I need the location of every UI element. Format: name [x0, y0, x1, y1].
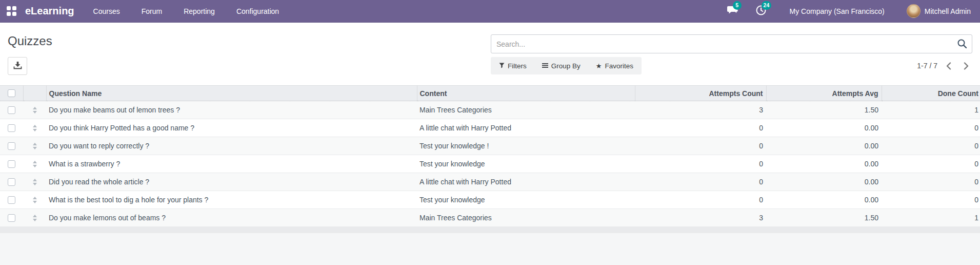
done-count-cell[interactable]: 0: [882, 173, 980, 191]
top-navbar: eLearning Courses Forum Reporting Config…: [0, 0, 980, 23]
question-name-cell[interactable]: What is the best tool to dig a hole for …: [46, 191, 417, 209]
favorites-button[interactable]: ★ Favorites: [596, 62, 633, 70]
menu-item-reporting[interactable]: Reporting: [184, 7, 215, 15]
drag-handle-icon[interactable]: [33, 125, 37, 131]
attempts-count-cell[interactable]: 0: [635, 137, 766, 155]
done-count-cell[interactable]: 0: [882, 119, 980, 137]
app-name[interactable]: eLearning: [25, 5, 74, 17]
control-panel: Quizzes Fil: [0, 23, 980, 85]
content-cell[interactable]: Main Trees Categories: [417, 101, 635, 119]
attempts-count-cell[interactable]: 3: [635, 209, 766, 227]
table-header-row: Question Name Content Attempts Count Att…: [0, 86, 980, 101]
search-panel: Filters Group By ★ Favorites: [491, 34, 972, 74]
done-count-cell[interactable]: 1: [882, 209, 980, 227]
pager-previous-icon[interactable]: [943, 62, 955, 70]
attempts-count-cell[interactable]: 0: [635, 119, 766, 137]
table-row[interactable]: What is the best tool to dig a hole for …: [0, 191, 980, 209]
attempts-avg-cell[interactable]: 0.00: [766, 191, 882, 209]
pager-range[interactable]: 1-7 / 7: [917, 62, 937, 70]
menu-item-configuration[interactable]: Configuration: [236, 7, 279, 15]
column-header-content[interactable]: Content: [417, 86, 635, 101]
attempts-avg-cell[interactable]: 0.00: [766, 137, 882, 155]
select-all-checkbox[interactable]: [8, 89, 15, 97]
messages-badge: 5: [733, 1, 742, 10]
search-box: [491, 34, 972, 53]
company-switcher[interactable]: My Company (San Francisco): [790, 7, 885, 15]
attempts-avg-cell[interactable]: 1.50: [766, 209, 882, 227]
pager-next-icon[interactable]: [960, 62, 972, 70]
quiz-table: Question Name Content Attempts Count Att…: [0, 85, 980, 227]
search-icon[interactable]: [957, 39, 967, 51]
table-row[interactable]: Do you think Harry Potted has a good nam…: [0, 119, 980, 137]
row-checkbox[interactable]: [8, 178, 15, 186]
quiz-list-view: Question Name Content Attempts Count Att…: [0, 85, 980, 227]
star-icon: ★: [596, 62, 602, 70]
group-by-button[interactable]: Group By: [542, 62, 581, 70]
main-menu: Courses Forum Reporting Configuration: [93, 7, 279, 15]
attempts-count-cell[interactable]: 0: [635, 155, 766, 173]
group-by-label: Group By: [551, 62, 581, 70]
drag-handle-icon[interactable]: [33, 161, 37, 167]
table-row[interactable]: What is a strawberry ? Test your knowled…: [0, 155, 980, 173]
user-menu[interactable]: Mitchell Admin: [907, 4, 971, 18]
attempts-count-cell[interactable]: 0: [635, 173, 766, 191]
question-name-cell[interactable]: Do you make lemons out of beams ?: [46, 209, 417, 227]
attempts-avg-cell[interactable]: 0.00: [766, 173, 882, 191]
table-footer-band: [0, 226, 980, 233]
row-checkbox[interactable]: [8, 106, 15, 114]
content-cell[interactable]: A little chat with Harry Potted: [417, 173, 635, 191]
done-count-cell[interactable]: 0: [882, 137, 980, 155]
content-cell[interactable]: Test your knowledge !: [417, 137, 635, 155]
drag-handle-icon[interactable]: [33, 197, 37, 203]
messages-button[interactable]: 5: [727, 5, 739, 18]
content-cell[interactable]: Test your knowledge: [417, 191, 635, 209]
handle-column-header: [23, 86, 46, 101]
row-checkbox[interactable]: [8, 214, 15, 222]
menu-item-forum[interactable]: Forum: [142, 7, 162, 15]
done-count-cell[interactable]: 0: [882, 155, 980, 173]
export-button[interactable]: [8, 57, 27, 75]
drag-handle-icon[interactable]: [33, 143, 37, 149]
content-cell[interactable]: Test your knowledge: [417, 155, 635, 173]
row-checkbox[interactable]: [8, 124, 15, 132]
drag-handle-icon[interactable]: [33, 215, 37, 221]
done-count-cell[interactable]: 0: [882, 191, 980, 209]
table-row[interactable]: Do you make beams out of lemon trees ? M…: [0, 101, 980, 119]
question-name-cell[interactable]: Do you make beams out of lemon trees ?: [46, 101, 417, 119]
row-checkbox[interactable]: [8, 196, 15, 204]
content-cell[interactable]: Main Trees Categories: [417, 209, 635, 227]
attempts-count-cell[interactable]: 3: [635, 101, 766, 119]
column-header-question-name[interactable]: Question Name: [46, 86, 417, 101]
question-name-cell[interactable]: Do you think Harry Potted has a good nam…: [46, 119, 417, 137]
pager: 1-7 / 7: [917, 62, 972, 70]
column-header-attempts-avg[interactable]: Attempts Avg: [766, 86, 882, 101]
column-header-attempts-count[interactable]: Attempts Count: [635, 86, 766, 101]
attempts-avg-cell[interactable]: 1.50: [766, 101, 882, 119]
table-row[interactable]: Do you want to reply correctly ? Test yo…: [0, 137, 980, 155]
question-name-cell[interactable]: What is a strawberry ?: [46, 155, 417, 173]
filters-button[interactable]: Filters: [499, 62, 527, 70]
row-checkbox[interactable]: [8, 142, 15, 150]
search-input[interactable]: [491, 34, 972, 53]
filter-funnel-icon: [499, 62, 505, 70]
question-name-cell[interactable]: Do you want to reply correctly ?: [46, 137, 417, 155]
attempts-avg-cell[interactable]: 0.00: [766, 155, 882, 173]
attempts-avg-cell[interactable]: 0.00: [766, 119, 882, 137]
done-count-cell[interactable]: 1: [882, 101, 980, 119]
filters-label: Filters: [508, 62, 527, 70]
question-name-cell[interactable]: Did you read the whole article ?: [46, 173, 417, 191]
content-cell[interactable]: A little chat with Harry Potted: [417, 119, 635, 137]
attempts-count-cell[interactable]: 0: [635, 191, 766, 209]
menu-item-courses[interactable]: Courses: [93, 7, 120, 15]
table-row[interactable]: Do you make lemons out of beams ? Main T…: [0, 209, 980, 227]
apps-grid-square: [7, 6, 11, 10]
apps-menu-icon[interactable]: [7, 6, 17, 16]
activities-button[interactable]: 24: [755, 5, 767, 18]
column-header-done-count[interactable]: Done Count: [882, 86, 980, 101]
row-checkbox[interactable]: [8, 160, 15, 168]
drag-handle-icon[interactable]: [33, 179, 37, 185]
table-row[interactable]: Did you read the whole article ? A littl…: [0, 173, 980, 191]
apps-grid-square: [12, 12, 16, 16]
download-icon: [13, 61, 22, 71]
drag-handle-icon[interactable]: [33, 107, 37, 113]
